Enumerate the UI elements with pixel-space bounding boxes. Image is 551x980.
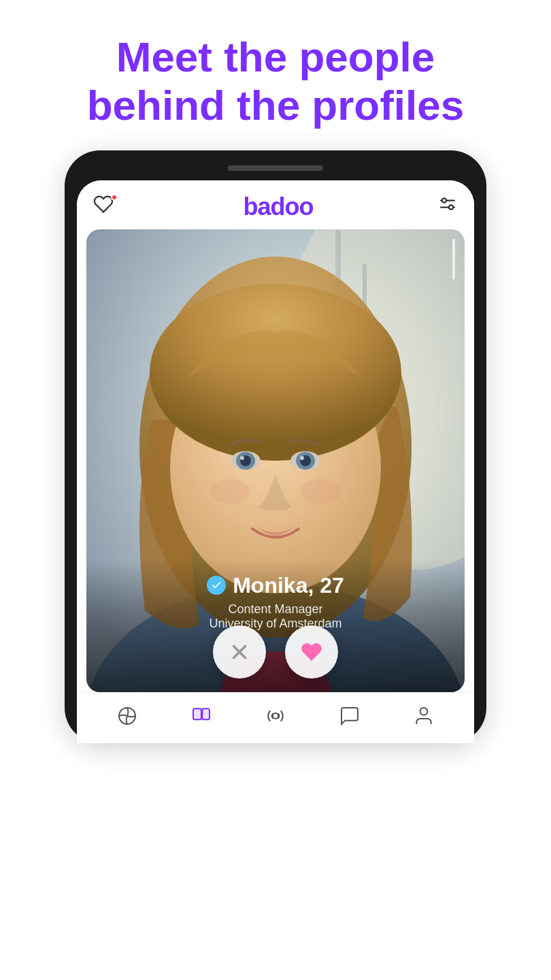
app-header: badoo bbox=[77, 180, 474, 229]
phone-frame: badoo bbox=[65, 150, 486, 743]
svg-point-12 bbox=[150, 284, 401, 461]
messages-icon bbox=[339, 705, 361, 727]
phone-screen: badoo bbox=[77, 180, 474, 743]
profile-name: Monika, 27 bbox=[233, 573, 344, 598]
nav-live[interactable] bbox=[265, 705, 286, 727]
profile-info-overlay: Monika, 27 Content Manager University of… bbox=[86, 559, 465, 692]
app-logo: badoo bbox=[244, 193, 314, 221]
svg-rect-27 bbox=[203, 708, 210, 719]
action-buttons bbox=[86, 625, 465, 679]
photo-scroll-indicator bbox=[452, 239, 455, 280]
svg-point-22 bbox=[301, 479, 341, 504]
profile-job: Content Manager bbox=[100, 602, 451, 617]
bottom-nav bbox=[77, 692, 474, 743]
headline-text: Meet the people behind the profiles bbox=[87, 33, 465, 130]
heart-filled-icon bbox=[300, 640, 323, 664]
like-button[interactable] bbox=[285, 625, 338, 679]
filter-button[interactable] bbox=[437, 195, 458, 218]
svg-point-1 bbox=[442, 198, 446, 202]
svg-rect-26 bbox=[193, 708, 201, 719]
svg-point-3 bbox=[449, 205, 453, 209]
phone-notch bbox=[228, 165, 323, 171]
nav-encounters[interactable] bbox=[190, 705, 212, 727]
nav-profile[interactable] bbox=[413, 705, 435, 727]
explore-icon bbox=[116, 705, 138, 727]
notification-badge bbox=[111, 194, 118, 201]
encounters-icon bbox=[190, 705, 212, 727]
nav-explore[interactable] bbox=[116, 705, 138, 727]
svg-point-21 bbox=[210, 479, 250, 504]
svg-point-29 bbox=[420, 708, 427, 715]
nav-messages[interactable] bbox=[339, 705, 361, 727]
headline-section: Meet the people behind the profiles bbox=[33, 33, 519, 130]
verified-badge bbox=[207, 576, 226, 595]
live-icon bbox=[265, 705, 286, 727]
svg-point-16 bbox=[240, 456, 244, 460]
profile-icon bbox=[413, 705, 435, 727]
dislike-button[interactable] bbox=[213, 625, 266, 679]
filter-icon bbox=[437, 195, 458, 216]
svg-point-28 bbox=[273, 713, 278, 719]
svg-point-20 bbox=[300, 456, 304, 460]
x-icon bbox=[228, 640, 251, 664]
profile-card[interactable]: Monika, 27 Content Manager University of… bbox=[86, 229, 465, 692]
checkmark-icon bbox=[211, 580, 222, 591]
likes-button[interactable] bbox=[93, 194, 119, 220]
